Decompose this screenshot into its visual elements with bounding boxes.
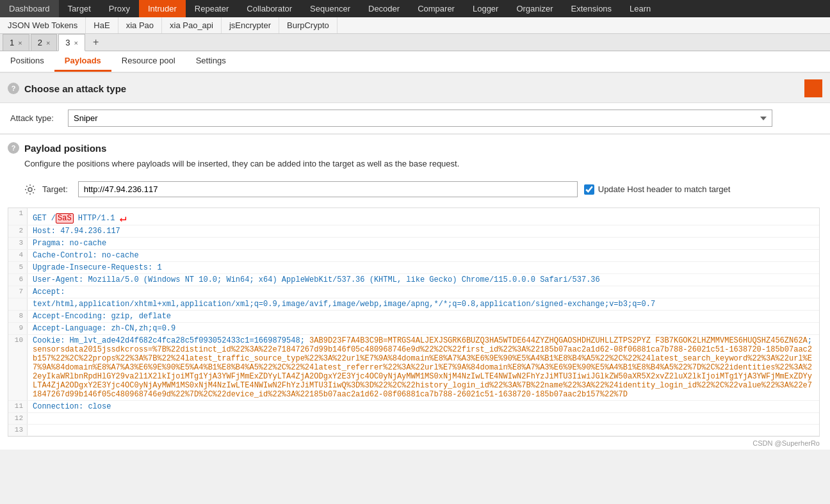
- tab-payloads[interactable]: Payloads: [54, 51, 111, 72]
- payload-positions-title: Payload positions: [24, 143, 106, 154]
- gear-icon: [24, 184, 36, 195]
- line-num-5: 5: [8, 262, 28, 273]
- attack-type-section: ? Choose an attack type Attack type: Sni…: [0, 73, 830, 134]
- line-num-4: 4: [8, 250, 28, 261]
- menu-learn[interactable]: Learn: [621, 0, 660, 17]
- target-input[interactable]: [78, 181, 578, 197]
- extensions-bar: JSON Web Tokens HaE xia Pao xia Pao_api …: [0, 17, 830, 34]
- menu-proxy[interactable]: Proxy: [100, 0, 139, 17]
- tab-1[interactable]: 1 ×: [3, 34, 29, 51]
- request-line-4: 4 Cache-Control: no-cache: [8, 250, 819, 262]
- line-num-7b: [8, 298, 28, 310]
- line-num-13: 13: [8, 425, 28, 435]
- tab-2-close[interactable]: ×: [46, 39, 50, 47]
- target-label: Target:: [42, 184, 68, 194]
- menu-comparer[interactable]: Comparer: [409, 0, 464, 17]
- request-line-13: 13: [8, 425, 819, 436]
- line-num-1: 1: [8, 208, 28, 225]
- sub-tab-row: Positions Payloads Resource pool Setting…: [0, 51, 830, 73]
- menu-repeater[interactable]: Repeater: [186, 0, 238, 17]
- menu-extensions[interactable]: Extensions: [562, 0, 621, 17]
- help-icon[interactable]: ?: [8, 83, 19, 94]
- svg-point-0: [28, 188, 32, 191]
- menu-target[interactable]: Target: [59, 0, 100, 17]
- line-content-7: Accept:: [28, 286, 819, 298]
- request-line-6: 6 User-Agent: Mozilla/5.0 (Windows NT 10…: [8, 274, 819, 286]
- request-line-11: 11 Connection: close: [8, 401, 819, 413]
- line-content-6: User-Agent: Mozilla/5.0 (Windows NT 10.0…: [28, 274, 819, 286]
- attack-type-select[interactable]: Sniper Battering ram Pitchfork Cluster b…: [68, 110, 772, 127]
- line-num-12: 12: [8, 413, 28, 424]
- menu-organizer[interactable]: Organizer: [507, 0, 562, 17]
- menu-logger[interactable]: Logger: [464, 0, 507, 17]
- line-content-12: [28, 413, 819, 424]
- line-content-5: Upgrade-Insecure-Requests: 1: [28, 262, 819, 273]
- request-line-8: 8 Accept-Encoding: gzip, deflate: [8, 311, 819, 323]
- attack-type-header: ? Choose an attack type: [0, 73, 830, 103]
- line-content-9: Accept-Language: zh-CN,zh;q=0.9: [28, 323, 819, 334]
- tab-row: 1 × 2 × 3 × +: [0, 34, 830, 51]
- ext-xiapao[interactable]: xia Pao: [118, 17, 162, 33]
- request-line-7: 7 Accept:: [8, 286, 819, 298]
- tab-resource-pool[interactable]: Resource pool: [111, 51, 186, 72]
- ext-burpcrypto[interactable]: BurpCrypto: [279, 17, 338, 33]
- update-host-label: Update Host header to match target: [584, 184, 731, 195]
- attack-type-label: Attack type:: [10, 113, 61, 123]
- tab-positions[interactable]: Positions: [0, 51, 54, 72]
- line-content-8: Accept-Encoding: gzip, deflate: [28, 311, 819, 322]
- orange-button[interactable]: [804, 79, 822, 97]
- menu-collaborator[interactable]: Collaborator: [238, 0, 301, 17]
- line-content-3: Pragma: no-cache: [28, 238, 819, 249]
- add-tab-button[interactable]: +: [86, 34, 105, 51]
- ext-hae[interactable]: HaE: [86, 17, 118, 33]
- request-line-2: 2 Host: 47.94.236.117: [8, 225, 819, 238]
- payload-positions-header: ? Payload positions: [8, 142, 820, 154]
- tab-2[interactable]: 2 ×: [31, 34, 58, 51]
- menu-intruder[interactable]: Intruder: [139, 0, 186, 17]
- payload-positions-section: ? Payload positions Configure the positi…: [0, 134, 830, 437]
- line-num-2: 2: [8, 225, 28, 237]
- request-line-5: 5 Upgrade-Insecure-Requests: 1: [8, 262, 819, 274]
- update-host-checkbox[interactable]: [584, 184, 594, 195]
- ext-jsencrypter[interactable]: jsEncrypter: [222, 17, 279, 33]
- line-content-2: Host: 47.94.236.117: [28, 225, 819, 237]
- request-line-12: 12: [8, 413, 819, 425]
- request-line-1: 1 GET /SaS HTTP/1.1 ↵: [8, 208, 819, 225]
- line-content-4: Cache-Control: no-cache: [28, 250, 819, 261]
- payload-description: Configure the positions where payloads w…: [8, 159, 820, 168]
- line-content-13: [28, 425, 819, 435]
- menu-dashboard[interactable]: Dashboard: [0, 0, 59, 17]
- attack-type-row: Attack type: Sniper Battering ram Pitchf…: [0, 103, 830, 134]
- tab-1-label: 1: [10, 38, 14, 47]
- menu-bar: Dashboard Target Proxy Intruder Repeater…: [0, 0, 830, 17]
- main-content: ? Choose an attack type Attack type: Sni…: [0, 73, 830, 450]
- target-row: Target: Update Host header to match targ…: [8, 176, 820, 202]
- tab-settings[interactable]: Settings: [186, 51, 236, 72]
- line-content-11: Connection: close: [28, 401, 819, 412]
- line-num-6: 6: [8, 274, 28, 286]
- payload-marker: SaS: [56, 213, 74, 224]
- ext-xiapao-api[interactable]: xia Pao_api: [162, 17, 222, 33]
- tab-1-close[interactable]: ×: [18, 39, 22, 47]
- tab-3-close[interactable]: ×: [74, 39, 78, 47]
- line-num-10: 10: [8, 335, 28, 400]
- line-content-7b: text/html,application/xhtml+xml,applicat…: [28, 298, 819, 310]
- attack-type-title: Choose an attack type: [24, 83, 126, 94]
- line-num-9: 9: [8, 323, 28, 334]
- tab-3[interactable]: 3 ×: [58, 34, 85, 51]
- line-num-11: 11: [8, 401, 28, 412]
- line-num-3: 3: [8, 238, 28, 249]
- line-content-10: Cookie: Hm_lvt_ade42d4f682c4fca28c5f0930…: [28, 335, 819, 400]
- line-content-1: GET /SaS HTTP/1.1 ↵: [28, 208, 819, 225]
- request-line-9: 9 Accept-Language: zh-CN,zh;q=0.9: [8, 323, 819, 335]
- tab-3-label: 3: [65, 38, 70, 47]
- line-num-7: 7: [8, 286, 28, 298]
- request-line-3: 3 Pragma: no-cache: [8, 238, 819, 250]
- menu-sequencer[interactable]: Sequencer: [301, 0, 359, 17]
- menu-decoder[interactable]: Decoder: [359, 0, 409, 17]
- request-line-7b: text/html,application/xhtml+xml,applicat…: [8, 298, 819, 311]
- payload-help-icon[interactable]: ?: [8, 142, 19, 154]
- ext-jwt[interactable]: JSON Web Tokens: [0, 17, 86, 33]
- request-editor[interactable]: 1 GET /SaS HTTP/1.1 ↵ 2 Host: 47.94.236.…: [8, 207, 820, 437]
- line-num-8: 8: [8, 311, 28, 322]
